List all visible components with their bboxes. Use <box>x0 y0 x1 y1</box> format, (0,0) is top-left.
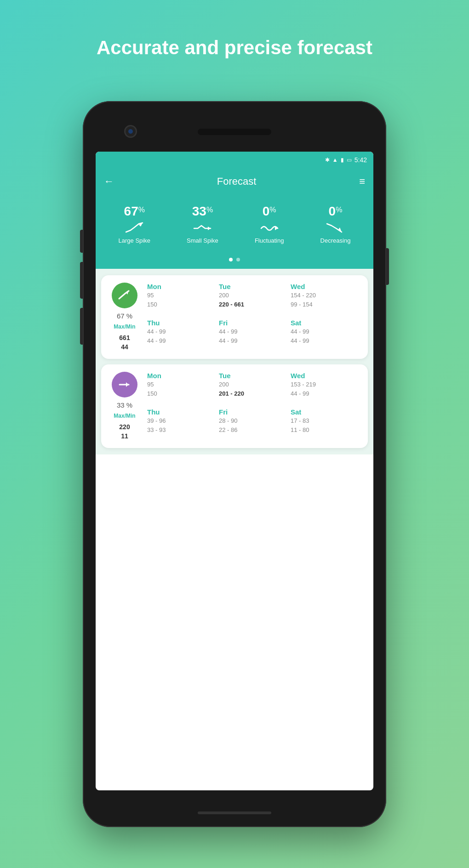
card-2-days: Mon 95 150 Tue 200 201 - 220 Wed 153 - 2… <box>147 372 360 441</box>
stat-decreasing-label: Decreasing <box>320 237 351 244</box>
card-2-thu: Thu 39 - 96 33 - 93 <box>147 408 217 441</box>
home-bar <box>198 811 271 814</box>
volume-down-button <box>80 262 83 299</box>
status-icons: ✱ ▲ ▮ ▭ 5:42 <box>325 156 367 164</box>
fluctuating-icon <box>260 222 279 233</box>
card-1-percent: 67 % <box>117 312 132 320</box>
card-1-icon-circle <box>112 283 137 308</box>
card-2-sat: Sat 17 - 83 11 - 80 <box>291 408 360 441</box>
stat-large-spike-label: Large Spike <box>119 237 150 244</box>
back-button[interactable]: ← <box>104 176 114 187</box>
card-2-percent: 33 % <box>117 401 132 409</box>
svg-marker-1 <box>208 227 211 230</box>
card-1-left: 67 % Max/Min 661 44 <box>109 283 141 352</box>
mute-switch <box>80 308 83 345</box>
signal-icon: ▮ <box>341 157 344 163</box>
bluetooth-icon: ✱ <box>325 157 330 163</box>
dot-2 <box>236 258 240 261</box>
volume-up-button <box>80 230 83 253</box>
card-1-fri: Fri 44 - 99 44 - 99 <box>219 319 289 352</box>
card-2-maxmin-values: 220 11 <box>119 423 130 441</box>
card-1-tue: Tue 200 220 - 661 <box>219 283 289 315</box>
phone-device: ✱ ▲ ▮ ▭ 5:42 ← Forecast ≡ 67% <box>83 101 386 827</box>
card-1-maxmin-values: 661 44 <box>119 334 130 352</box>
phone-screen: ✱ ▲ ▮ ▭ 5:42 ← Forecast ≡ 67% <box>96 152 373 790</box>
menu-button[interactable]: ≡ <box>359 176 365 187</box>
forecast-stats: 67% Large Spike 33% <box>96 195 373 258</box>
large-spike-icon <box>125 222 143 233</box>
front-camera <box>124 125 137 138</box>
app-header: ← Forecast ≡ <box>96 168 373 195</box>
card-1-maxmin-label: Max/Min <box>114 323 135 330</box>
stat-small-spike-label: Small Spike <box>187 237 218 244</box>
page-dots <box>96 258 373 269</box>
stat-fluctuating-percent: 0% <box>263 204 276 219</box>
stat-small-spike-percent: 33% <box>192 204 213 219</box>
stat-decreasing-percent: 0% <box>329 204 343 219</box>
card-1-wed: Wed 154 - 220 99 - 154 <box>291 283 360 315</box>
card-2-icon-circle <box>112 372 137 397</box>
small-spike-icon <box>193 222 212 233</box>
stat-small-spike: 33% Small Spike <box>187 204 218 244</box>
content-area: 67 % Max/Min 661 44 Mon 95 150 Tue <box>96 269 373 454</box>
card-2-mon: Mon 95 150 <box>147 372 217 404</box>
status-bar: ✱ ▲ ▮ ▭ 5:42 <box>96 152 373 168</box>
stat-large-spike-percent: 67% <box>124 204 145 219</box>
battery-icon: ▭ <box>347 157 352 163</box>
card-1-thu: Thu 44 - 99 44 - 99 <box>147 319 217 352</box>
stat-fluctuating-label: Fluctuating <box>255 237 284 244</box>
svg-marker-6 <box>126 382 129 387</box>
status-time: 5:42 <box>355 156 367 164</box>
forecast-card-2: 33 % Max/Min 220 11 Mon 95 150 Tue <box>101 364 368 448</box>
power-button <box>386 248 389 285</box>
stat-fluctuating: 0% Fluctuating <box>255 204 284 244</box>
earpiece-speaker <box>198 129 271 135</box>
page-title: Accurate and precise forecast <box>0 37 469 59</box>
dot-1 <box>229 258 233 261</box>
card-1-mon: Mon 95 150 <box>147 283 217 315</box>
card-2-fri: Fri 28 - 90 22 - 86 <box>219 408 289 441</box>
stat-decreasing: 0% Decreasing <box>320 204 351 244</box>
card-1-days: Mon 95 150 Tue 200 220 - 661 Wed 154 - 2… <box>147 283 360 352</box>
card-2-left: 33 % Max/Min 220 11 <box>109 372 141 441</box>
card-1-sat: Sat 44 - 99 44 - 99 <box>291 319 360 352</box>
wifi-icon: ▲ <box>332 157 338 163</box>
card-2-wed: Wed 153 - 219 44 - 99 <box>291 372 360 404</box>
card-2-tue: Tue 200 201 - 220 <box>219 372 289 404</box>
forecast-card-1: 67 % Max/Min 661 44 Mon 95 150 Tue <box>101 275 368 359</box>
decreasing-icon <box>326 222 344 233</box>
header-title: Forecast <box>217 176 257 187</box>
card-2-maxmin-label: Max/Min <box>114 413 135 419</box>
stat-large-spike: 67% Large Spike <box>119 204 150 244</box>
